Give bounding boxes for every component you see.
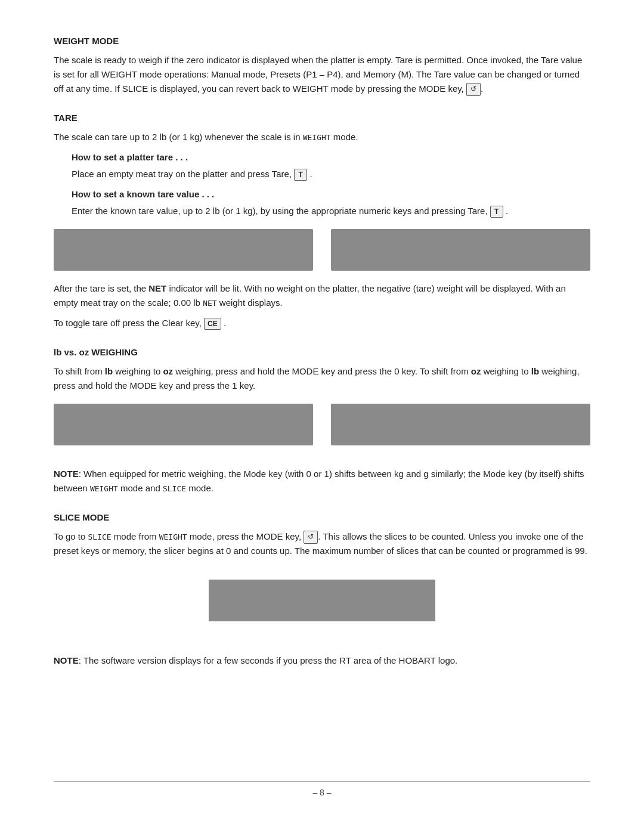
note1-paragraph: NOTE: When equipped for metric weighing,… — [54, 467, 590, 496]
t-key-button-2: T — [490, 206, 503, 218]
slice-image-container — [54, 569, 590, 632]
platter-tare-heading: How to set a platter tare . . . — [72, 150, 590, 165]
known-tare-text: Enter the known tare value, up to 2 lb (… — [72, 204, 590, 218]
tare-images-row — [54, 229, 590, 271]
weight-mode-paragraph: The scale is ready to weigh if the zero … — [54, 53, 590, 96]
tare-intro: The scale can tare up to 2 lb (or 1 kg) … — [54, 130, 590, 144]
mode-key-icon-2: ↺ — [304, 531, 318, 544]
slice-mode-section: SLICE MODE To go to slice mode from weig… — [54, 512, 590, 643]
weight-mode-heading: WEIGHT MODE — [54, 36, 590, 46]
slice-mode-heading: SLICE MODE — [54, 512, 590, 522]
tare-image-right — [331, 229, 590, 271]
known-tare-sub: How to set a known tare value . . . Ente… — [72, 187, 590, 218]
lb-oz-heading: lb vs. oz WEIGHING — [54, 347, 590, 357]
note2-paragraph: NOTE: The software version displays for … — [54, 654, 590, 668]
t-key-button: T — [294, 169, 307, 181]
page-footer: – 8 – — [54, 781, 590, 809]
tare-toggle-off: To toggle tare off press the Clear key, … — [54, 316, 590, 330]
note1-section: NOTE: When equipped for metric weighing,… — [54, 467, 590, 501]
tare-section: TARE The scale can tare up to 2 lb (or 1… — [54, 113, 590, 336]
known-tare-heading: How to set a known tare value . . . — [72, 187, 590, 202]
weight-mode-section: WEIGHT MODE The scale is ready to weigh … — [54, 36, 590, 102]
lb-oz-images-row — [54, 404, 590, 445]
lb-oz-paragraph: To shift from lb weighing to oz weighing… — [54, 364, 590, 393]
ce-key-button: CE — [204, 318, 221, 330]
lb-oz-image-right — [331, 404, 590, 445]
platter-tare-text: Place an empty meat tray on the platter … — [72, 167, 590, 181]
page-number: – 8 – — [312, 788, 331, 797]
platter-tare-sub: How to set a platter tare . . . Place an… — [72, 150, 590, 181]
slice-mode-paragraph: To go to slice mode from weight mode, pr… — [54, 529, 590, 558]
slice-image — [209, 580, 435, 621]
lb-oz-section: lb vs. oz WEIGHING To shift from lb weig… — [54, 347, 590, 456]
tare-heading: TARE — [54, 113, 590, 123]
tare-image-left — [54, 229, 313, 271]
lb-oz-image-left — [54, 404, 313, 445]
note2-section: NOTE: The software version displays for … — [54, 654, 590, 674]
tare-after-images-p1: After the tare is set, the NET indicator… — [54, 281, 590, 310]
mode-key-icon: ↺ — [466, 83, 481, 96]
